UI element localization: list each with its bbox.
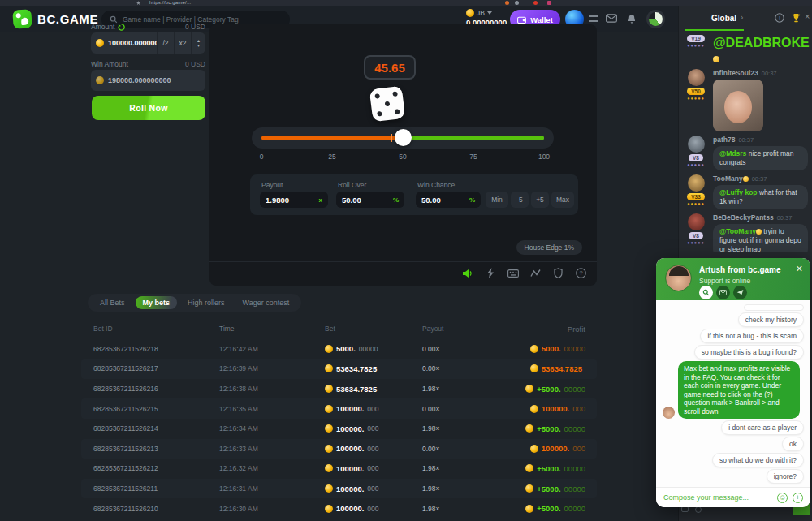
support-telegram-button[interactable] — [733, 286, 747, 299]
payout-input[interactable]: 1.9800 x — [260, 192, 328, 208]
col-time: Time — [219, 325, 325, 333]
chat-message[interactable]: V8 ●●●●● BeBeBeckyPantss00:37 @TooMany t… — [684, 213, 808, 252]
hotkeys-keyboard-icon[interactable] — [507, 267, 519, 279]
support-email-button[interactable] — [716, 286, 730, 299]
chat-toggle-avatar-icon[interactable] — [646, 10, 665, 28]
extension-icon[interactable] — [533, 1, 538, 5]
house-edge-badge: House Edge 1% — [516, 240, 582, 255]
tab-high-rollers[interactable]: High rollers — [180, 296, 232, 309]
bc-game-logo[interactable]: BC.GAME — [13, 10, 98, 28]
win-chance-input[interactable]: 50.00 % — [416, 192, 481, 208]
roll-now-button[interactable]: Roll Now — [92, 96, 205, 120]
user-message-bubble: i dont care as a player — [721, 420, 804, 435]
avatar[interactable] — [688, 136, 705, 153]
bookmark-star-icon[interactable] — [136, 1, 140, 5]
table-row[interactable]: 68285367211526218 12:16:42 AM 5000.00000… — [81, 339, 597, 360]
chat-message[interactable]: V50 ●●●●● InfiniteSoul2300:37 — [684, 69, 808, 131]
extension-icon[interactable] — [515, 1, 519, 5]
help-icon[interactable]: ? — [575, 267, 587, 279]
vip-progress-icon[interactable] — [589, 15, 598, 22]
table-row[interactable]: 68285367211526212 12:16:32 AM 100000.000… — [81, 459, 597, 479]
avatar[interactable] — [688, 213, 705, 230]
mention[interactable]: @Luffy kop — [719, 188, 758, 196]
avatar[interactable] — [688, 174, 705, 192]
address-bar-url[interactable]: https://bc.game/... — [149, 0, 192, 5]
amount-usd-value: 0 USD — [185, 23, 205, 31]
close-support-icon[interactable]: ✕ — [796, 264, 803, 274]
support-header: Artush from bc.game Support is online ✕ — [656, 258, 810, 300]
win-chance-unit: % — [469, 196, 475, 204]
half-bet-button[interactable]: /2 — [157, 32, 174, 54]
trophy-icon[interactable] — [791, 13, 801, 23]
max-button[interactable]: Max — [551, 192, 574, 208]
result-marker — [391, 134, 392, 142]
table-row[interactable]: 68285367211526211 12:16:31 AM 100000.000… — [81, 479, 597, 499]
bet-amount-stepper[interactable]: ▴▾ — [191, 32, 205, 54]
notifications-bell-icon[interactable] — [627, 14, 637, 24]
avatar[interactable] — [688, 69, 705, 86]
extension-icon[interactable] — [505, 1, 509, 5]
dice-icon — [369, 86, 406, 123]
chevron-right-icon[interactable]: › — [741, 13, 743, 22]
currency-switch-icon[interactable] — [118, 24, 125, 31]
mention[interactable]: @TooMany — [719, 227, 756, 235]
close-chat-icon[interactable]: × — [805, 11, 810, 21]
chat-rules-info-icon[interactable]: ! — [775, 13, 784, 23]
coin-icon — [530, 364, 538, 372]
minus-5-button[interactable]: -5 — [511, 192, 529, 208]
mail-icon[interactable] — [606, 14, 617, 23]
tab-wager-contest[interactable]: Wager contest — [235, 296, 297, 309]
slider-handle[interactable] — [395, 129, 412, 146]
svg-text:!: ! — [779, 15, 780, 22]
double-bet-button[interactable]: x2 — [174, 32, 191, 54]
bet-amount-input[interactable]: 100000.00000000 /2 x2 ▴▾ — [91, 32, 205, 54]
chat-message[interactable]: V8 ●●●●● path7800:37 @Mdsrs nice profit … — [684, 136, 808, 170]
coin-icon — [96, 76, 104, 84]
sound-icon[interactable] — [461, 267, 473, 279]
username[interactable]: path78 — [713, 136, 735, 144]
table-row[interactable]: 68285367211526216 12:16:38 AM 53634.7825… — [81, 379, 597, 399]
turbo-lightning-icon[interactable] — [484, 267, 496, 279]
username[interactable]: TooMany — [713, 174, 743, 183]
keyboard-icon[interactable] — [681, 506, 689, 512]
slider-track[interactable] — [261, 136, 544, 140]
plus-5-button[interactable]: +5 — [531, 192, 549, 208]
crying-baby-photo[interactable] — [713, 80, 763, 131]
bets-tabs: All Bets My bets High rollers Wager cont… — [88, 294, 301, 312]
attach-plus-icon[interactable]: + — [793, 493, 803, 503]
username[interactable]: InfiniteSoul23 — [713, 69, 758, 77]
mention[interactable]: @Mdsrs — [719, 149, 746, 157]
stats-trend-icon[interactable] — [529, 267, 542, 279]
coin-icon — [325, 505, 333, 513]
coin-icon — [325, 364, 333, 372]
roll-over-unit: % — [393, 196, 399, 204]
hand-emoji — [756, 229, 762, 235]
table-row[interactable]: 68285367211526213 12:16:33 AM 100000.000… — [81, 439, 597, 459]
fairness-shield-icon[interactable] — [552, 267, 564, 279]
message-bubble: @Mdsrs nice profit man congrats — [713, 146, 808, 170]
roll-over-input[interactable]: 50.00 % — [336, 192, 404, 208]
coin-icon — [325, 445, 333, 453]
win-amount-field[interactable]: 198000.000000000 — [91, 70, 205, 91]
level-stars: ●●●●● — [687, 97, 705, 101]
tab-all-bets[interactable]: All Bets — [93, 296, 132, 309]
mention[interactable]: @DEADBROKE — [713, 36, 810, 50]
username[interactable]: BeBeBeckyPantss — [713, 213, 774, 222]
level-stars: ●●●●● — [687, 44, 705, 48]
smiley-emoji-icon[interactable]: ☺ — [777, 493, 788, 503]
roll-over-slider[interactable] — [252, 127, 554, 149]
tab-my-bets[interactable]: My bets — [136, 296, 178, 309]
table-row[interactable]: 68285367211526214 12:16:34 AM 100000.000… — [81, 419, 597, 439]
col-bet: Bet — [325, 325, 422, 333]
support-search-button[interactable] — [699, 286, 713, 299]
table-row[interactable]: 68285367211526215 12:16:35 AM 100000.000… — [81, 398, 597, 419]
chat-room-title[interactable]: Global — [711, 14, 736, 23]
min-button[interactable]: Min — [486, 192, 508, 208]
support-message-input[interactable]: Compose your message... — [663, 493, 772, 502]
table-row[interactable]: 68285367211526217 12:16:39 AM 53634.7825… — [81, 359, 597, 379]
extension-icon[interactable] — [547, 1, 551, 5]
chat-message[interactable]: V33 ●●●●● TooMany00:37 @Luffy kop what f… — [684, 174, 808, 209]
screenshot-attachment[interactable] — [744, 304, 804, 311]
chat-message[interactable]: V19 ●●●●● @DEADBROKE — [684, 35, 808, 65]
table-row[interactable]: 68285367211526210 12:16:30 AM 100000.000… — [81, 498, 597, 519]
